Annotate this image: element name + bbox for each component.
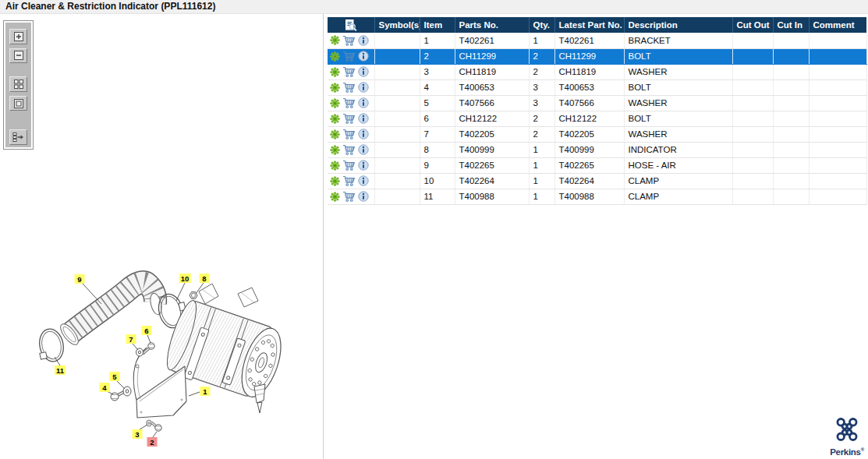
parts-table: Symbol(s) Item Parts No. Qty. Latest Par… [328,17,867,205]
info-icon[interactable] [358,175,369,186]
diagram-callout[interactable]: 8 [200,274,210,283]
cell-parts-no: T400653 [455,79,529,95]
table-row[interactable]: 9 T402265 1 T402265 HOSE - AIR [328,157,866,173]
column-header-preview[interactable] [328,17,374,33]
exploded-parts-diagram [0,0,323,459]
table-row[interactable]: 7 T402205 2 T402205 WASHER [328,126,866,142]
settings-gear-icon[interactable] [330,67,340,77]
cell-qty: 1 [529,173,554,189]
add-to-cart-icon[interactable] [342,51,356,62]
column-header-latest-part-no[interactable]: Latest Part No. [554,17,624,33]
cell-cut-in [773,79,809,95]
info-icon[interactable] [358,35,369,46]
bolt-part-2 [151,422,161,431]
document-search-icon [344,19,357,29]
cell-parts-no: T402264 [455,173,529,189]
diagram-callout[interactable]: 4 [100,383,110,392]
table-row[interactable]: 5 T407566 3 T407566 WASHER [328,95,866,111]
cell-description: BOLT [624,79,732,95]
add-to-cart-icon[interactable] [342,82,356,93]
diagram-callout[interactable]: 2 [147,437,158,447]
add-to-cart-icon[interactable] [342,191,356,202]
cell-comment [809,64,866,79]
table-row[interactable]: 1 T402261 1 T402261 BRACKET [328,33,866,48]
cell-item: 2 [420,48,455,64]
column-header-cut-out[interactable]: Cut Out [732,17,773,33]
cell-item: 5 [420,95,455,111]
settings-gear-icon[interactable] [330,129,340,139]
add-to-cart-icon[interactable] [342,129,356,139]
add-to-cart-icon[interactable] [342,35,356,46]
cell-symbols [374,48,420,64]
cell-description: BRACKET [624,33,732,48]
add-to-cart-icon[interactable] [342,97,356,108]
column-header-comment[interactable]: Comment [809,17,866,33]
cell-cut-in [773,157,809,173]
info-icon[interactable] [358,97,369,108]
cell-cut-in [773,95,809,111]
info-icon[interactable] [358,144,369,155]
cell-description: BOLT [624,111,732,126]
info-icon[interactable] [358,66,369,77]
cell-symbols [374,33,420,48]
table-row[interactable]: 2 CH11299 2 CH11299 BOLT [328,48,866,64]
table-row[interactable]: 10 T402264 1 T402264 CLAMP [328,173,866,189]
cell-symbols [374,95,420,111]
settings-gear-icon[interactable] [330,98,340,108]
table-row[interactable]: 8 T400999 1 T400999 INDICATOR [328,142,866,157]
table-row[interactable]: 11 T400988 1 T400988 CLAMP [328,189,866,204]
row-actions [328,173,374,189]
cell-latest-part-no: T400999 [554,142,624,157]
column-header-cut-in[interactable]: Cut In [773,17,809,33]
cell-parts-no: T400999 [455,142,529,157]
settings-gear-icon[interactable] [330,35,340,45]
settings-gear-icon[interactable] [330,114,340,124]
cell-cut-in [773,189,809,204]
info-icon[interactable] [358,82,369,93]
row-actions [328,157,374,173]
diagram-callout[interactable]: 6 [142,326,152,335]
cell-description: HOSE - AIR [624,157,732,173]
settings-gear-icon[interactable] [330,83,340,93]
column-header-parts-no[interactable]: Parts No. [455,17,529,33]
column-header-qty[interactable]: Qty. [529,17,554,33]
column-header-symbols[interactable]: Symbol(s) [374,17,420,33]
column-header-item[interactable]: Item [420,17,455,33]
diagram-callout[interactable]: 3 [133,429,143,439]
settings-gear-icon[interactable] [330,161,340,171]
diagram-callout[interactable]: 9 [75,274,85,284]
settings-gear-icon[interactable] [330,51,340,62]
cell-comment [809,173,866,189]
settings-gear-icon[interactable] [330,145,340,155]
table-row[interactable]: 6 CH12122 2 CH12122 BOLT [328,111,866,126]
diagram-callout[interactable]: 1 [200,387,211,396]
add-to-cart-icon[interactable] [342,160,356,171]
info-icon[interactable] [358,113,369,124]
add-to-cart-icon[interactable] [342,144,356,155]
perkins-wordmark: Perkins® [828,447,866,457]
cell-cut-out [732,157,773,173]
diagram-callout[interactable]: 11 [55,365,66,375]
info-icon[interactable] [358,191,369,202]
diagram-callout[interactable]: 5 [110,372,120,381]
cell-description: WASHER [624,95,732,111]
add-to-cart-icon[interactable] [342,175,356,186]
info-icon[interactable] [358,160,369,171]
cell-qty: 1 [529,189,554,204]
table-row[interactable]: 3 CH11819 2 CH11819 WASHER [328,64,866,79]
cell-cut-out [732,33,773,48]
add-to-cart-icon[interactable] [342,66,356,77]
info-icon[interactable] [358,51,369,62]
diagram-callout[interactable]: 10 [179,274,191,283]
add-to-cart-icon[interactable] [342,113,356,124]
info-icon[interactable] [358,129,369,139]
settings-gear-icon[interactable] [330,192,340,202]
bolt-part-6 [143,343,154,353]
settings-gear-icon[interactable] [330,176,340,186]
column-header-description[interactable]: Description [624,17,732,33]
cell-latest-part-no: T402261 [554,33,624,48]
cell-parts-no: CH12122 [455,111,529,126]
cell-item: 11 [420,189,455,204]
diagram-callout[interactable]: 7 [126,334,136,344]
table-row[interactable]: 4 T400653 3 T400653 BOLT [328,79,866,95]
